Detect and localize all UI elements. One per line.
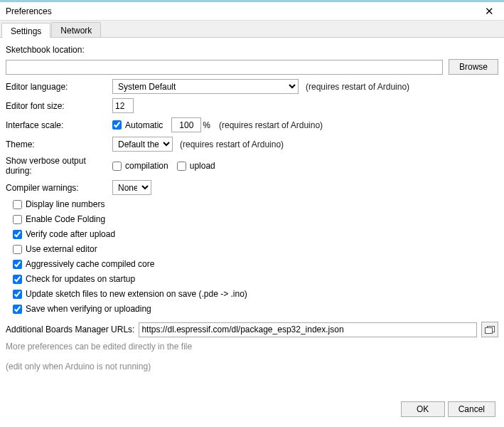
opt-external-editor[interactable]: Use external editor [13, 244, 498, 254]
warnings-select[interactable]: None [112, 180, 151, 195]
opt-code-folding[interactable]: Enable Code Folding [13, 214, 498, 224]
scale-restart-hint: (requires restart of Arduino) [219, 120, 323, 130]
boards-url-input[interactable] [139, 322, 477, 337]
dialog-footer: OK Cancel [6, 394, 498, 421]
more-prefs-hint: More preferences can be edited directly … [6, 342, 498, 352]
opt-cache-core[interactable]: Aggressively cache compiled core [13, 259, 498, 269]
close-icon[interactable]: ✕ [477, 5, 501, 18]
tab-bar: Settings Network [0, 21, 504, 38]
sketchbook-input[interactable] [6, 60, 443, 75]
verbose-compile-checkbox[interactable]: compilation [112, 161, 168, 171]
window-title: Preferences [6, 6, 52, 16]
theme-label: Theme: [6, 139, 112, 149]
verbose-compile-box[interactable] [112, 162, 122, 171]
opt-save-verify[interactable]: Save when verifying or uploading [13, 304, 498, 314]
opt-verify-upload[interactable]: Verify code after upload [13, 229, 498, 239]
tab-network[interactable]: Network [51, 22, 101, 37]
fontsize-label: Editor font size: [6, 101, 112, 111]
tab-settings[interactable]: Settings [1, 23, 50, 38]
ok-button[interactable]: OK [401, 401, 445, 417]
percent-label: % [203, 120, 210, 130]
language-label: Editor language: [6, 82, 112, 92]
warnings-label: Compiler warnings: [6, 183, 112, 193]
opt-check-updates[interactable]: Check for updates on startup [13, 274, 498, 284]
cancel-button[interactable]: Cancel [448, 401, 495, 417]
language-select[interactable]: System Default [112, 79, 299, 94]
scale-label: Interface scale: [6, 120, 112, 130]
scale-value-input[interactable] [171, 117, 201, 132]
fontsize-input[interactable] [112, 98, 134, 113]
title-bar: Preferences ✕ [0, 2, 504, 21]
expand-urls-button[interactable] [481, 322, 498, 337]
browse-button[interactable]: Browse [449, 59, 498, 75]
opt-update-ext[interactable]: Update sketch files to new extension on … [13, 289, 498, 299]
verbose-upload-label: upload [190, 161, 215, 171]
scale-auto-label: Automatic [125, 120, 163, 130]
verbose-upload-checkbox[interactable]: upload [177, 161, 215, 171]
language-restart-hint: (requires restart of Arduino) [306, 82, 409, 92]
scale-auto-checkbox[interactable]: Automatic [112, 120, 163, 130]
theme-select[interactable]: Default theme [112, 137, 173, 152]
edit-only-hint: (edit only when Arduino is not running) [6, 362, 498, 371]
verbose-label: Show verbose output during: [6, 156, 112, 176]
boards-url-label: Additional Boards Manager URLs: [6, 325, 134, 334]
scale-auto-box[interactable] [112, 120, 122, 130]
sketchbook-label: Sketchbook location: [6, 45, 112, 55]
verbose-compile-label: compilation [125, 161, 168, 171]
theme-restart-hint: (requires restart of Arduino) [180, 139, 284, 149]
opt-line-numbers[interactable]: Display line numbers [13, 199, 498, 209]
window-stack-icon [485, 326, 495, 334]
verbose-upload-box[interactable] [177, 162, 186, 171]
